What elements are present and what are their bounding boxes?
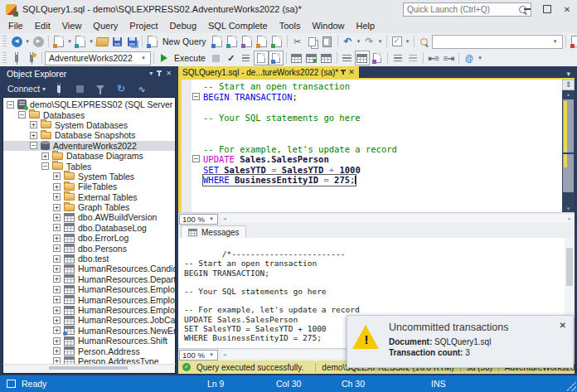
tree-item[interactable]: +HumanResources.EmployeeD: [3, 294, 175, 304]
menu-sql-complete[interactable]: SQL Complete: [202, 19, 274, 32]
expander-plus-icon[interactable]: +: [41, 152, 49, 160]
available-databases-combobox[interactable]: AdventureWorks2022 ▾: [45, 51, 151, 65]
document-tab[interactable]: SQLQuery1.sql - de...tureWorks2022 (sa)*…: [178, 66, 359, 78]
connect-button[interactable]: Connect: [7, 84, 40, 94]
editor-zoom-combobox[interactable]: 100 % ▾: [179, 214, 218, 225]
extension-icon[interactable]: [569, 34, 577, 49]
menu-query[interactable]: Query: [87, 19, 124, 32]
new-query-button[interactable]: New Query: [162, 36, 206, 46]
tree-item[interactable]: +Database Diagrams: [3, 151, 175, 161]
expander-plus-icon[interactable]: +: [30, 121, 37, 128]
expander-plus-icon[interactable]: +: [53, 224, 61, 231]
connect-icon[interactable]: [9, 51, 24, 65]
tree-item[interactable]: +dbo.test: [3, 254, 175, 264]
tree-item[interactable]: +dbo.Persons: [3, 243, 175, 253]
expander-minus-icon[interactable]: –: [30, 142, 37, 149]
expander-plus-icon[interactable]: +: [53, 296, 61, 303]
tree-item[interactable]: +System Tables: [3, 172, 175, 181]
tree-item[interactable]: +HumanResources.Department: [3, 274, 175, 284]
new-query-type-icon[interactable]: [269, 34, 284, 49]
scroll-up-icon[interactable]: ▲: [562, 92, 575, 97]
sql-editor[interactable]: –– -- Start an open transactionBEGIN TRA…: [178, 78, 575, 212]
tree-item[interactable]: +System Databases: [3, 120, 175, 130]
tree-item[interactable]: +Database Snapshots: [3, 130, 175, 140]
tree-item[interactable]: +FileTables: [3, 181, 175, 191]
results-to-text-icon[interactable]: [340, 51, 355, 65]
task-list-icon[interactable]: ✓: [390, 34, 405, 49]
toolbar-grip[interactable]: [2, 52, 7, 64]
sql-complete-icon[interactable]: @: [462, 51, 477, 65]
close-panel-icon[interactable]: ✕: [166, 70, 172, 77]
expander-plus-icon[interactable]: +: [53, 193, 61, 201]
new-project-icon[interactable]: [51, 34, 66, 49]
include-actual-plan-icon[interactable]: [304, 51, 319, 65]
undo-dropdown-icon[interactable]: ▾: [356, 38, 362, 45]
expander-plus-icon[interactable]: +: [53, 244, 61, 252]
tab-close-icon[interactable]: ✕: [348, 68, 355, 76]
toolbar-grip[interactable]: [2, 36, 7, 47]
menu-debug[interactable]: Debug: [164, 19, 202, 32]
menu-window[interactable]: Window: [306, 19, 350, 32]
activity-monitor-icon[interactable]: ∿: [134, 81, 149, 96]
undo-icon[interactable]: ↶: [341, 34, 356, 49]
notification-close-icon[interactable]: ✕: [560, 321, 566, 330]
expander-plus-icon[interactable]: +: [53, 255, 61, 263]
stop-icon[interactable]: [72, 81, 87, 96]
tree-item[interactable]: –demo\SQLEXPRESS02 (SQL Server 16.0.1115: [3, 99, 175, 109]
filter-icon[interactable]: [93, 81, 108, 96]
uncomment-icon[interactable]: [405, 51, 420, 65]
disconnect-icon[interactable]: [51, 81, 66, 96]
copy-icon[interactable]: [305, 34, 320, 49]
expander-plus-icon[interactable]: +: [53, 347, 61, 355]
expander-minus-icon[interactable]: –: [18, 111, 26, 119]
increase-indent-icon[interactable]: ≡⇥: [441, 51, 456, 65]
tree-item[interactable]: +HumanResources.Employee: [3, 284, 175, 294]
parse-icon[interactable]: ✓: [224, 51, 239, 65]
new-query-type-icon[interactable]: [240, 34, 255, 49]
decrease-indent-icon[interactable]: ⇤≡: [426, 51, 441, 65]
expander-plus-icon[interactable]: +: [53, 317, 61, 324]
new-query-type-icon[interactable]: [255, 34, 269, 49]
expander-minus-icon[interactable]: –: [41, 162, 49, 170]
document-list-dropdown-icon[interactable]: ▾: [562, 70, 575, 78]
results-to-grid-icon[interactable]: [355, 51, 370, 65]
execute-icon[interactable]: [157, 51, 172, 65]
close-button[interactable]: ✕: [557, 0, 577, 18]
scrollbar-thumb[interactable]: [566, 248, 573, 286]
save-all-icon[interactable]: [124, 34, 139, 49]
pin-icon[interactable]: [158, 70, 160, 76]
expander-plus-icon[interactable]: +: [53, 235, 61, 242]
expander-plus-icon[interactable]: +: [53, 275, 61, 283]
cut-icon[interactable]: ✂: [290, 34, 305, 49]
tree-item[interactable]: +HumanResources.Candidates: [3, 264, 175, 273]
connect-dropdown-icon[interactable]: ▾: [42, 85, 46, 93]
tree-item[interactable]: –Tables: [3, 161, 175, 171]
fold-collapse-icon[interactable]: –: [192, 93, 200, 100]
toolbar-overflow-icon[interactable]: ▾: [477, 55, 483, 61]
add-item-icon[interactable]: [73, 34, 88, 49]
tree-item[interactable]: +dbo.AWBuildVersion: [3, 212, 175, 222]
tree-item[interactable]: +HumanResources.Shift: [3, 336, 175, 346]
new-query-type-icon[interactable]: [210, 34, 225, 49]
menu-edit[interactable]: Edit: [29, 19, 56, 32]
tree-item[interactable]: +dbo.ErrorLog: [3, 233, 175, 243]
tab-pin-icon[interactable]: [342, 70, 344, 75]
tree-item[interactable]: +HumanResources.NewEmploy: [3, 326, 175, 336]
execute-button[interactable]: Execute: [174, 53, 206, 63]
tree-item[interactable]: –AdventureWorks2022: [3, 141, 175, 151]
new-query-icon[interactable]: [145, 34, 160, 49]
paste-icon[interactable]: [320, 34, 335, 49]
new-query-type-icon[interactable]: [225, 34, 240, 49]
scroll-down-icon[interactable]: ▼: [562, 206, 575, 211]
expander-plus-icon[interactable]: +: [53, 327, 61, 334]
find-combobox[interactable]: ▾: [432, 35, 563, 49]
query-options-icon[interactable]: [254, 51, 269, 65]
maximize-button[interactable]: [537, 0, 557, 18]
back-dropdown-icon[interactable]: ▾: [24, 38, 31, 45]
editor-vscrollbar[interactable]: ⇕ ▲ ▼: [562, 80, 575, 212]
tree-item[interactable]: +Person.AddressType: [3, 356, 175, 364]
tree-item[interactable]: +Graph Tables: [3, 202, 175, 212]
expander-plus-icon[interactable]: +: [53, 265, 61, 273]
expander-plus-icon[interactable]: +: [53, 357, 61, 364]
tree-item[interactable]: –Databases: [3, 109, 175, 119]
